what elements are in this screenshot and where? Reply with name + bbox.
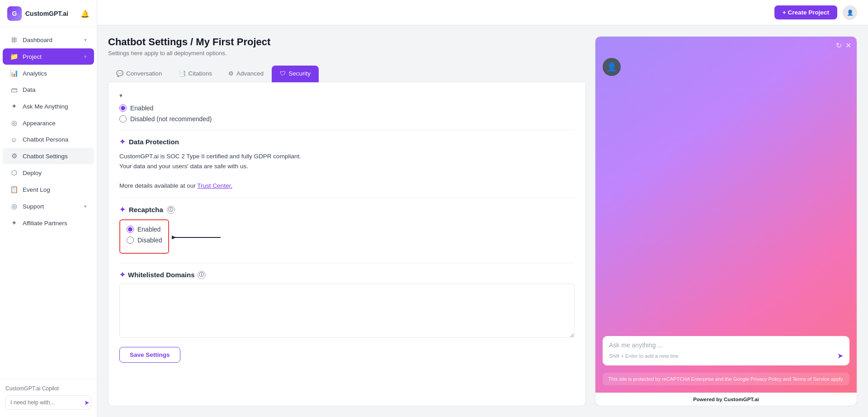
recaptcha-disabled-label: Disabled — [137, 237, 162, 244]
settings-panel: ▾ Enabled Disabled (not recommended) ✦ — [108, 82, 586, 406]
sidebar: G CustomGPT.ai 🔔 ⊞ Dashboard ▾ 📁 Project… — [0, 0, 97, 417]
affiliate-icon: ✦ — [10, 219, 18, 227]
powered-by-footer: Powered by CustomGPT.ai — [595, 393, 857, 406]
section-title-text: Data Protection — [129, 138, 179, 146]
recaptcha-info-icon[interactable]: ⓘ — [167, 206, 175, 214]
chat-topbar: ↻ ✕ — [595, 37, 857, 54]
sidebar-item-chatbot-settings[interactable]: ⚙ Chatbot Settings — [3, 148, 94, 164]
tab-label: Security — [288, 70, 311, 77]
logo-text: CustomGPT.ai — [25, 10, 68, 17]
recaptcha-annotation-row: Enabled Disabled — [119, 219, 575, 256]
save-settings-button[interactable]: Save Settings — [119, 347, 180, 363]
topbar: + Create Project 👤 — [97, 0, 868, 25]
sidebar-item-label: Chatbot Persona — [23, 136, 68, 143]
trust-center-link[interactable]: Trust Center. — [197, 182, 232, 189]
recaptcha-icon: ✦ — [119, 205, 125, 214]
sidebar-item-label: Analytics — [23, 70, 47, 77]
disabled-option[interactable]: Disabled (not recommended) — [119, 115, 575, 123]
enabled-radio[interactable] — [119, 104, 127, 112]
chat-refresh-icon[interactable]: ↻ — [836, 41, 842, 50]
sidebar-item-event-log[interactable]: 📋 Event Log — [3, 181, 94, 198]
sidebar-item-label: Data — [23, 86, 36, 93]
user-avatar: 👤 — [843, 5, 857, 20]
sidebar-item-label: Chatbot Settings — [23, 153, 68, 160]
citations-tab-icon: 📑 — [179, 70, 186, 77]
divider — [119, 198, 575, 198]
right-panel: ↻ ✕ 👤 Ask me anything ... Shift + Enter … — [595, 36, 857, 406]
tab-bar: 💬 Conversation 📑 Citations ⚙ Advanced 🛡 … — [108, 66, 586, 82]
recaptcha-disabled-option[interactable]: Disabled — [127, 237, 162, 244]
bell-icon[interactable]: 🔔 — [80, 9, 90, 18]
collapse-button[interactable]: ▾ — [119, 92, 123, 99]
sidebar-item-chatbot-persona[interactable]: ☺ Chatbot Persona — [3, 132, 94, 147]
send-icon[interactable]: ➤ — [84, 399, 90, 406]
copilot-input-container: ➤ — [5, 395, 91, 410]
sidebar-item-dashboard[interactable]: ⊞ Dashboard ▾ — [3, 32, 94, 48]
logo-icon: G — [7, 6, 22, 21]
enabled-option[interactable]: Enabled — [119, 104, 575, 112]
tab-label: Citations — [189, 70, 212, 77]
data-protection-line3: More details available at our — [119, 182, 197, 189]
create-project-button[interactable]: + Create Project — [774, 5, 837, 19]
recaptcha-disabled-radio[interactable] — [127, 237, 134, 244]
sidebar-item-affiliate-partners[interactable]: ✦ Affiliate Partners — [3, 215, 94, 231]
divider — [119, 263, 575, 263]
powered-by-text: Powered by — [693, 397, 724, 402]
domains-textarea[interactable] — [119, 284, 575, 338]
recaptcha-title-text: Recaptcha — [129, 206, 163, 213]
content-area: Chatbot Settings / My First Project Sett… — [97, 25, 868, 417]
recaptcha-enabled-option[interactable]: Enabled — [127, 226, 162, 233]
chat-send-icon[interactable]: ➤ — [837, 351, 843, 360]
sidebar-item-label: Appearance — [23, 120, 56, 127]
recaptcha-enabled-label: Enabled — [137, 226, 160, 233]
enabled-label: Enabled — [130, 104, 153, 112]
advanced-tab-icon: ⚙ — [228, 70, 234, 77]
svg-marker-1 — [172, 236, 176, 239]
data-protection-body: CustomGPT.ai is SOC 2 Type II certified … — [119, 152, 575, 190]
tab-security[interactable]: 🛡 Security — [272, 66, 319, 82]
sidebar-item-label: Event Log — [23, 186, 50, 193]
sidebar-item-label: Dashboard — [23, 37, 52, 43]
analytics-icon: 📊 — [10, 69, 18, 77]
deploy-icon: ⬡ — [10, 169, 18, 177]
sidebar-item-analytics[interactable]: 📊 Analytics — [3, 65, 94, 81]
tab-advanced[interactable]: ⚙ Advanced — [220, 66, 272, 82]
recaptcha-enabled-radio[interactable] — [127, 226, 134, 233]
left-panel: Chatbot Settings / My First Project Sett… — [108, 36, 586, 406]
copilot-input[interactable] — [10, 399, 81, 406]
chevron-down-icon: ▾ — [84, 37, 87, 43]
whitelisted-domains-title: ✦ Whitelisted Domains ⓘ — [119, 270, 575, 279]
chat-recaptcha-notice: This site is protected by reCAPTCHA Ente… — [603, 373, 849, 385]
tab-conversation[interactable]: 💬 Conversation — [108, 66, 170, 82]
sidebar-item-label: Ask Me Anything — [23, 103, 68, 110]
copilot-label: CustomGPT.ai Copilot — [5, 385, 91, 392]
sidebar-item-ask-me-anything[interactable]: ✦ Ask Me Anything — [3, 98, 94, 114]
security-tab-icon: 🛡 — [280, 70, 286, 77]
chat-hint: Shift + Enter to add a new line — [609, 353, 679, 359]
support-icon: ◎ — [10, 202, 18, 210]
chat-user-avatar: 👤 — [603, 58, 621, 76]
data-protection-title: ✦ Data Protection — [119, 137, 575, 146]
whitelisted-info-icon[interactable]: ⓘ — [198, 271, 206, 279]
sidebar-logo: G CustomGPT.ai 🔔 — [0, 0, 97, 28]
sidebar-item-project[interactable]: 📁 Project ▾ — [3, 48, 94, 65]
data-protection-line1: CustomGPT.ai is SOC 2 Type II certified … — [119, 152, 575, 161]
annotation-arrow — [172, 234, 226, 241]
sidebar-item-label: Deploy — [23, 170, 42, 176]
chat-close-icon[interactable]: ✕ — [845, 41, 851, 50]
chat-body — [595, 80, 857, 329]
sidebar-item-deploy[interactable]: ⬡ Deploy — [3, 165, 94, 181]
persona-icon: ☺ — [10, 136, 18, 143]
whitelisted-title-text: Whitelisted Domains — [128, 271, 195, 279]
disabled-label: Disabled (not recommended) — [130, 115, 212, 123]
divider — [119, 130, 575, 130]
chevron-down-icon: ▾ — [84, 204, 87, 209]
chevron-down-icon: ▾ — [84, 54, 87, 60]
disabled-radio[interactable] — [119, 115, 127, 123]
sidebar-item-data[interactable]: 🗃 Data — [3, 82, 94, 98]
tab-citations[interactable]: 📑 Citations — [170, 66, 221, 82]
sidebar-item-appearance[interactable]: ◎ Appearance — [3, 115, 94, 131]
sidebar-item-label: Project — [23, 53, 42, 60]
sidebar-item-support[interactable]: ◎ Support ▾ — [3, 198, 94, 214]
conversation-tab-icon: 💬 — [116, 70, 123, 77]
